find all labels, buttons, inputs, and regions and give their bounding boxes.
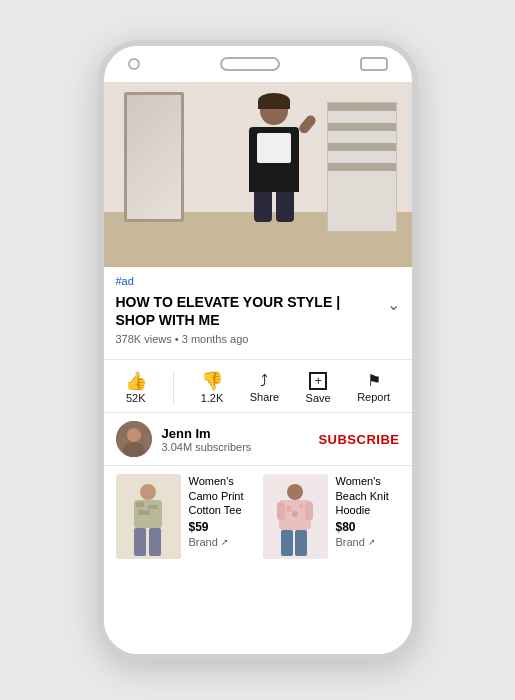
products-section: Women's Camo Print Cotton Tee $59 Brand … <box>104 466 412 567</box>
video-info: HOW TO ELEVATE YOUR STYLE | SHOP WITH ME… <box>104 289 412 353</box>
product-card-1[interactable]: Women's Camo Print Cotton Tee $59 Brand … <box>116 474 253 559</box>
like-button[interactable]: 👍 52K <box>125 372 147 404</box>
svg-point-1 <box>127 428 141 442</box>
like-count: 52K <box>126 392 146 404</box>
ad-label: #ad <box>104 267 412 289</box>
save-icon: + <box>309 372 327 390</box>
report-button[interactable]: ⚑ Report <box>357 373 390 403</box>
svg-rect-19 <box>281 530 293 556</box>
external-link-icon-2[interactable]: ➚ <box>368 537 376 547</box>
product-name-1: Women's Camo Print Cotton Tee <box>189 474 253 517</box>
product-brand-1: Brand <box>189 536 218 548</box>
product-brand-2: Brand <box>336 536 365 548</box>
channel-row: Jenn Im 3.04M subscribers SUBSCRIBE <box>104 412 412 466</box>
dislike-icon: 👎 <box>201 372 223 390</box>
camera-icon <box>128 58 140 70</box>
product-info-1: Women's Camo Print Cotton Tee $59 Brand … <box>189 474 253 548</box>
phone-frame: #ad HOW TO ELEVATE YOUR STYLE | SHOP WIT… <box>98 40 418 660</box>
product-image-2 <box>263 474 328 559</box>
dislike-button[interactable]: 👎 1.2K <box>201 372 224 404</box>
channel-name[interactable]: Jenn Im <box>162 426 319 441</box>
share-button[interactable]: ⤴ Share <box>250 373 279 403</box>
product-price-1: $59 <box>189 520 253 534</box>
product-brand-row-2: Brand ➚ <box>336 536 400 548</box>
channel-info: Jenn Im 3.04M subscribers <box>162 426 319 453</box>
save-label: Save <box>306 392 331 404</box>
share-label: Share <box>250 391 279 403</box>
product-brand-row-1: Brand ➚ <box>189 536 253 548</box>
external-link-icon-1[interactable]: ➚ <box>221 537 229 547</box>
like-icon: 👍 <box>125 372 147 390</box>
divider-1 <box>104 359 412 360</box>
svg-rect-9 <box>134 528 146 556</box>
thumbnail-shelf <box>327 102 397 232</box>
svg-point-16 <box>286 506 292 512</box>
channel-avatar[interactable] <box>116 421 152 457</box>
expand-icon[interactable]: ⌄ <box>387 295 400 314</box>
svg-rect-10 <box>149 528 161 556</box>
video-meta: 378K views • 3 months ago <box>116 333 400 345</box>
svg-rect-8 <box>138 510 150 515</box>
subscribe-button[interactable]: SUBSCRIBE <box>318 432 399 447</box>
product-name-2: Women's Beach Knit Hoodie <box>336 474 400 517</box>
video-title: HOW TO ELEVATE YOUR STYLE | SHOP WITH ME <box>116 293 379 329</box>
product-card-2[interactable]: Women's Beach Knit Hoodie $80 Brand ➚ <box>263 474 400 559</box>
save-button[interactable]: + Save <box>306 372 331 404</box>
svg-rect-6 <box>136 502 144 507</box>
product-info-2: Women's Beach Knit Hoodie $80 Brand ➚ <box>336 474 400 548</box>
action-bar: 👍 52K 👎 1.2K ⤴ Share + Save ⚑ Report <box>104 366 412 412</box>
product-image-1 <box>116 474 181 559</box>
share-icon: ⤴ <box>260 373 268 389</box>
product-price-2: $80 <box>336 520 400 534</box>
report-label: Report <box>357 391 390 403</box>
products-grid: Women's Camo Print Cotton Tee $59 Brand … <box>116 474 400 559</box>
sensor-icon <box>360 57 388 71</box>
dislike-count: 1.2K <box>201 392 224 404</box>
svg-point-4 <box>140 484 156 500</box>
speaker-icon <box>220 57 280 71</box>
like-dislike-separator <box>173 372 174 404</box>
channel-subscribers: 3.04M subscribers <box>162 441 319 453</box>
svg-rect-7 <box>148 505 158 509</box>
phone-content: #ad HOW TO ELEVATE YOUR STYLE | SHOP WIT… <box>104 82 412 654</box>
report-icon: ⚑ <box>367 373 381 389</box>
svg-rect-20 <box>295 530 307 556</box>
thumbnail-mirror <box>124 92 184 222</box>
thumbnail-person <box>234 97 314 237</box>
svg-point-17 <box>299 504 303 508</box>
svg-point-12 <box>287 484 303 500</box>
phone-top-bar <box>104 46 412 82</box>
svg-point-18 <box>292 511 298 517</box>
svg-rect-14 <box>277 502 285 520</box>
video-thumbnail[interactable] <box>104 82 412 267</box>
svg-rect-15 <box>305 502 313 520</box>
